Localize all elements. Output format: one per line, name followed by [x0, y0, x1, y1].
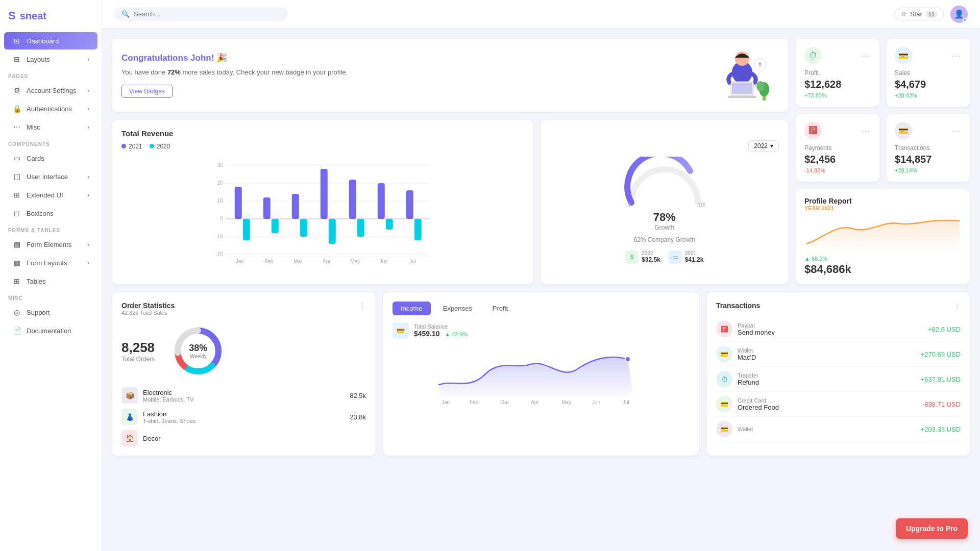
order-stats-subtitle: 42.82k Total Sales [121, 310, 175, 316]
txn-item-transfer: ⏱ Transfer Refund +637.91 USD [716, 367, 961, 392]
app-name: sneat [20, 10, 46, 22]
fashion-count: 23.8k [350, 413, 366, 421]
svg-text:0: 0 [628, 202, 631, 208]
sidebar-item-label: Boxicons [27, 210, 54, 217]
profile-report-card: Profile Report YEAR 2021 ▲ 68.2% $ [796, 189, 970, 284]
svg-rect-28 [378, 183, 385, 219]
svg-rect-32 [300, 219, 307, 237]
search-box[interactable]: 🔍 [114, 7, 288, 21]
growth-years: $ 2022 $32.5k ▭ 2021 $41.2k [550, 251, 779, 264]
paypal-amount: +82.6 USD [928, 325, 961, 333]
sidebar-item-user-interface[interactable]: ◫ User interface › [4, 168, 97, 185]
sidebar-item-documentation[interactable]: 📄 Documentation [4, 322, 97, 339]
electronic-count: 82.5k [350, 392, 366, 399]
sales-icon: 💳 [895, 47, 912, 64]
order-statistics-card: Order Statistics 42.82k Total Sales ⋮ 8,… [112, 292, 375, 456]
sidebar-item-form-elements[interactable]: ▤ Form Elements › [4, 236, 97, 253]
chevron-right-icon: › [87, 241, 89, 247]
tab-profit[interactable]: Profit [484, 302, 516, 315]
electronic-info: Electronic Mobile, Earbuds, TV [143, 389, 193, 403]
sidebar-item-cards[interactable]: ▭ Cards [4, 149, 97, 167]
forms-section-label: FORMS & TABLES [0, 222, 102, 235]
stat-card-profit: ⏱ ⋯ Profit $12,628 +72.80% [796, 39, 879, 107]
svg-rect-26 [321, 169, 328, 219]
growth-gauge: 0 100 [624, 157, 705, 208]
order-item-decor: 🏠 Decor [121, 430, 366, 446]
transfer-info: Transfer Refund [738, 372, 759, 386]
chevron-right-icon: › [87, 56, 89, 62]
donut-label: 38% Weekly [189, 343, 207, 359]
order-item-fashion: 👗 Fashion T-shirt, Jeans, Shoes 23.8k [121, 409, 366, 425]
svg-text:Jun: Jun [380, 259, 388, 264]
sidebar-item-dashboard[interactable]: ⊞ Dashboard [4, 32, 97, 49]
profile-change: ▲ 68.2% [804, 256, 962, 262]
upgrade-pro-button[interactable]: Upgrade to Pro [896, 518, 968, 539]
search-input[interactable] [134, 10, 281, 18]
transactions-menu-dots[interactable]: ⋯ [951, 125, 962, 136]
sidebar-item-form-layouts[interactable]: ▦ Form Layouts › [4, 254, 97, 271]
tab-income[interactable]: Income [393, 302, 431, 315]
app-logo[interactable]: S sneat [0, 0, 102, 32]
tables-icon: ⊞ [12, 277, 21, 285]
sidebar-item-authentications[interactable]: 🔒 Authentications › [4, 100, 97, 117]
chevron-right-icon: › [87, 173, 89, 180]
macd-amount: +270.69 USD [921, 350, 961, 358]
sales-menu-dots[interactable]: ⋯ [951, 50, 962, 61]
tab-expenses[interactable]: Expenses [435, 302, 480, 315]
chevron-right-icon: › [87, 260, 89, 266]
svg-text:100: 100 [698, 202, 705, 208]
sidebar-item-misc[interactable]: ⋯ Misc › [4, 118, 97, 136]
payments-menu-dots[interactable]: ⋯ [861, 125, 871, 136]
svg-text:30: 30 [217, 162, 224, 168]
profit-change: +72.80% [804, 92, 871, 98]
dashboard-icon: ⊞ [12, 37, 21, 45]
legend-2020-dot [150, 144, 154, 148]
svg-text:Jan: Jan [236, 259, 244, 264]
payments-value: $2,456 [804, 154, 871, 165]
gauge-label: Growth [653, 224, 676, 231]
year-selector[interactable]: 2022 ▾ [748, 140, 779, 152]
transactions-menu[interactable]: ⋮ [954, 302, 961, 310]
auth-icon: 🔒 [12, 105, 21, 113]
paypal-info: Paypal Send money [738, 322, 775, 336]
income-card: Income Expenses Profit 💳 Total Balance $… [383, 292, 699, 456]
cards-icon: ▭ [12, 154, 21, 162]
svg-text:20: 20 [217, 180, 224, 186]
profit-menu-dots[interactable]: ⋯ [861, 50, 871, 61]
year-2022-icon: $ [625, 251, 639, 264]
order-stats-menu[interactable]: ⋮ [359, 302, 366, 309]
svg-point-51 [625, 357, 630, 362]
sidebar-item-boxicons[interactable]: ◻ Boxicons [4, 205, 97, 222]
sidebar-item-tables[interactable]: ⊞ Tables [4, 272, 97, 290]
layouts-icon: ⊟ [12, 55, 21, 63]
year-selector-value: 2022 [754, 142, 768, 149]
svg-rect-3 [732, 83, 752, 94]
svg-text:Jan: Jan [442, 399, 450, 405]
svg-text:0: 0 [220, 216, 223, 221]
sidebar-item-account-settings[interactable]: ⚙ Account Settings › [4, 82, 97, 99]
order-item-electronic: 📦 Electronic Mobile, Earbuds, TV 82.5k [121, 387, 366, 404]
ordered-food-amount: -838.71 USD [922, 400, 961, 408]
paypal-name: Send money [738, 329, 775, 336]
view-badges-button[interactable]: View Badges [121, 85, 173, 98]
sidebar-item-layouts[interactable]: ⊟ Layouts › [4, 51, 97, 68]
sidebar-item-support[interactable]: ◎ Support [4, 304, 97, 321]
profit-label: Profit [804, 69, 871, 77]
creditcard-info: Credit Card Ordered Food [738, 397, 779, 411]
sales-change: +28.42% [895, 92, 962, 98]
chevron-down-icon: ▾ [770, 142, 773, 149]
decor-icon: 🏠 [121, 430, 138, 446]
sidebar-item-extended-ui[interactable]: ⊞ Extended UI › [4, 186, 97, 204]
year-2021-value: $41.2k [685, 256, 704, 263]
revenue-bar-chart: 30 20 10 0 -10 -20 [121, 155, 524, 267]
fashion-info: Fashion T-shirt, Jeans, Shoes [143, 410, 195, 424]
decor-name: Decor [143, 435, 161, 442]
illustration-svg: 🎖 [706, 44, 778, 106]
legend-2021-dot [121, 144, 126, 148]
user-avatar[interactable]: 👤 [950, 6, 968, 23]
svg-text:May: May [561, 399, 571, 405]
revenue-legend: 2021 2020 [121, 143, 524, 150]
star-button[interactable]: ☆ Star 11 [894, 8, 944, 20]
profile-report-chart [804, 213, 962, 254]
sidebar-item-label: Documentation [27, 327, 71, 335]
